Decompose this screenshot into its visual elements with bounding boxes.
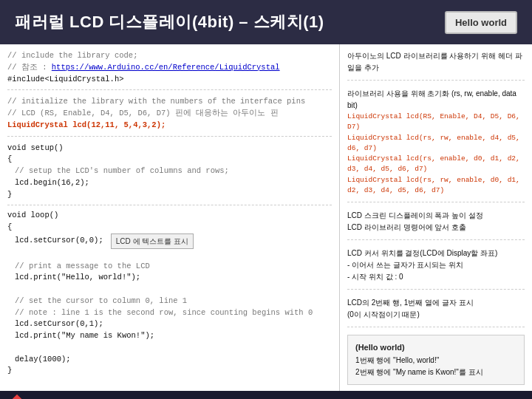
void-loop: void loop() [7, 210, 58, 222]
comment-include-1: // include the library code; [7, 50, 332, 62]
right-code-2-2: LiquidCrystal lcd(rs, rw, enable, d4, d5… [347, 133, 525, 154]
result-line-2: 2번째 행에 "My name is Kwon!"를 표시 [355, 366, 516, 378]
right-section-1: 아두이노의 LCD 라이브러리를 사용하기 위해 헤더 파일을 추가 [347, 50, 525, 81]
right-section-5: LCD의 2번째 행, 1번째 열에 글자 표시 (0이 시작점이기 때문) [347, 297, 525, 327]
footer: Dongyang Mirae University 센서활용프로그래밍/ICT융… [0, 391, 532, 399]
void-setup: void setup() [7, 143, 332, 154]
right-title-2: 라이브러리 사용을 위해 초기화 (rs, rw, enable, data b… [347, 88, 525, 112]
lcd-init-code: LiquidCrystal lcd(12,11, 5,4,3,2); [7, 120, 332, 132]
brace-open: { [7, 154, 332, 166]
right-code-2-1: LiquidCrystal lcd(RS, Enable, D4, D5, D6… [347, 112, 525, 133]
right-section-3: LCD 스크린 디스플레이의 폭과 높이 설정 LCD 라이브러리 명령어에 앞… [347, 210, 525, 240]
arduino-link[interactable]: https://www.Arduino.cc/en/Reference/Liqu… [52, 63, 280, 72]
init-section: // initialize the library with the numbe… [7, 96, 332, 136]
right-text-1: 아두이노의 LCD 라이브러리를 사용하기 위해 헤더 파일을 추가 [347, 52, 522, 72]
comment-init-2: // LCD (RS, Enable, D4, D5, D6, D7) 핀에 대… [7, 108, 332, 120]
void-loop-line: void loop() [7, 210, 332, 222]
lcd-print-hello: lcd.print("Hello, world!"); [7, 272, 332, 284]
left-panel: // include the library code; // 참조 : htt… [0, 44, 340, 391]
setup-section: void setup() { // setup the LCD's number… [7, 143, 332, 206]
right-section-2: 라이브러리 사용을 위해 초기화 (rs, rw, enable, data b… [347, 88, 525, 202]
right-code-2-3: LiquidCrystal lcd(rs, enable, d0, d1, d2… [347, 154, 525, 175]
comment-cursor-2: // set the cursor to column 0, line 1 [7, 296, 332, 307]
brace-close-loop: } [7, 365, 332, 377]
right-section-4: LCD 커서 위치를 결정(LCD에 Display할 좌표) - 이어서 쓰는… [347, 248, 525, 290]
brace-close-setup: } [7, 189, 332, 201]
page-title: 패러럴 LCD 디스플레이(4bit) – 스케치(1) [15, 11, 324, 33]
lcd-print-kwon: lcd.print("My name is Kwon!"); [7, 330, 332, 342]
comment-text: // 참조 : [7, 63, 52, 72]
comment-include-2: // 참조 : https://www.Arduino.cc/en/Refere… [7, 62, 332, 74]
right-text-5-2: (0이 시작점이기 때문) [347, 309, 525, 321]
main-content: // include the library code; // 참조 : htt… [0, 44, 532, 391]
right-text-3-1: LCD 스크린 디스플레이의 폭과 높이 설정 [347, 210, 525, 222]
set-cursor-code: lcd.setCursor(0,0); [15, 235, 103, 247]
comment-setup: // setup the LCD's number of columns and… [7, 166, 332, 177]
footer-left: Dongyang Mirae University [11, 397, 117, 399]
lcd-set-cursor-1: lcd.setCursor(0,1); [7, 318, 332, 330]
lcd-begin: lcd.begin(16,2); [7, 177, 332, 189]
header: 패러럴 LCD 디스플레이(4bit) – 스케치(1) Hello world [0, 0, 532, 44]
result-line-1: 1번째 행에 "Hello, world!" [355, 355, 516, 366]
comment-print-1: // print a message to the LCD [7, 261, 332, 273]
right-text-5-1: LCD의 2번째 행, 1번째 열에 글자 표시 [347, 297, 525, 309]
loop-section: void loop() { lcd.setCursor(0,0); LCD 에 … [7, 210, 332, 377]
comment-init-1: // initialize the library with the numbe… [7, 96, 332, 108]
lcd-display-label: LCD 에 텍스트를 표시 [111, 233, 194, 249]
brace-open-loop: { [7, 222, 332, 233]
right-text-4-2: - 이어서 쓰는 글자가 표시되는 위치 [347, 259, 525, 271]
delay-code: delay(1000); [7, 354, 332, 366]
set-cursor-line: lcd.setCursor(0,0); LCD 에 텍스트를 표시 [7, 233, 332, 249]
right-text-4-1: LCD 커서 위치를 결정(LCD에 Display할 좌표) [347, 248, 525, 259]
result-box: (Hello world) 1번째 행에 "Hello, world!" 2번째… [347, 335, 525, 385]
footer-diamond-icon [9, 394, 26, 399]
page-wrapper: 패러럴 LCD 디스플레이(4bit) – 스케치(1) Hello world… [0, 0, 532, 399]
right-panel: 아두이노의 LCD 라이브러리를 사용하기 위해 헤더 파일을 추가 라이브러리… [340, 44, 532, 391]
include-code: #include<LiquidCrystal.h> [7, 74, 332, 86]
hello-world-badge: Hello world [445, 11, 517, 34]
right-text-3-2: LCD 라이브러리 명령어에 앞서 호출 [347, 222, 525, 233]
include-section: // include the library code; // 참조 : htt… [7, 50, 332, 90]
result-title: (Hello world) [355, 341, 516, 355]
comment-cursor-3: // note : line 1 is the second row, sinc… [7, 307, 332, 319]
right-code-2-4: LiquidCrystal lcd(rs, rw, enable, d0, d1… [347, 175, 525, 197]
right-text-4-3: - 시작 위치 값 : 0 [347, 271, 525, 283]
